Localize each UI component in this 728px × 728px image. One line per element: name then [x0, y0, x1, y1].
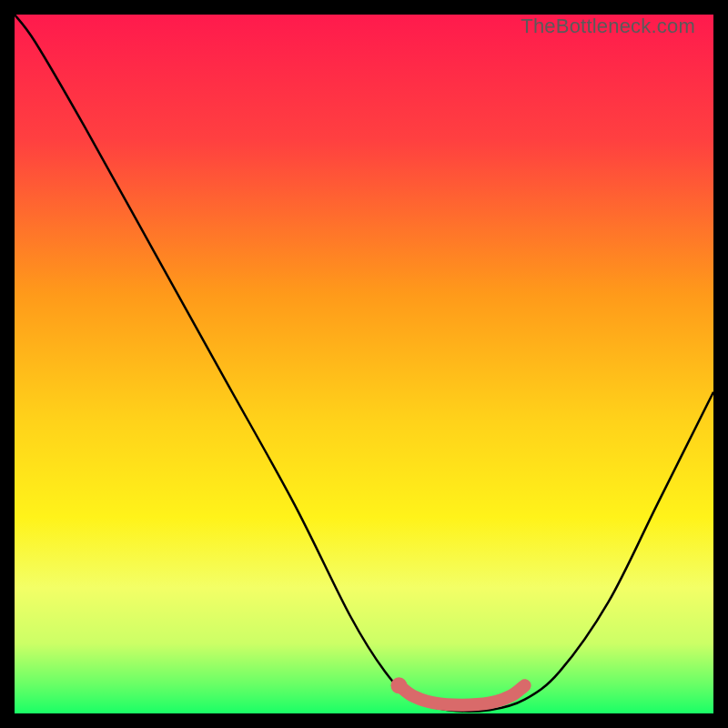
gradient-background — [15, 15, 713, 713]
bottleneck-chart — [15, 15, 713, 713]
watermark-text: TheBottleneck.com — [521, 15, 695, 38]
chart-frame: TheBottleneck.com — [15, 15, 713, 713]
optimal-point-dot — [390, 677, 407, 693]
